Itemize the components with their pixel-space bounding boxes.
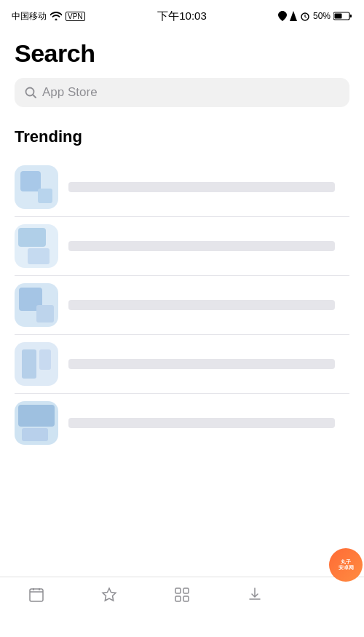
- watermark-text: 丸子安卓网: [339, 559, 354, 571]
- list-item[interactable]: [15, 394, 349, 452]
- updates-icon: [245, 585, 265, 605]
- app-name-placeholder: [68, 182, 335, 192]
- arrow-icon: [290, 11, 297, 21]
- app-name-placeholder: [68, 300, 335, 310]
- wifi-icon: [50, 12, 62, 20]
- trending-section: Trending: [15, 127, 349, 452]
- page-title: Search: [15, 39, 349, 68]
- search-icon: [25, 87, 36, 98]
- list-item[interactable]: [15, 276, 349, 335]
- games-icon: [99, 585, 119, 605]
- app-name-placeholder: [68, 359, 335, 369]
- svg-rect-14: [183, 596, 189, 601]
- apps-icon: [172, 585, 192, 605]
- alarm-icon: [300, 11, 310, 21]
- tab-updates[interactable]: [218, 585, 291, 605]
- search-placeholder-text: App Store: [42, 85, 98, 100]
- main-content: Search App Store Trending: [0, 32, 364, 452]
- tab-today[interactable]: [0, 585, 73, 605]
- svg-rect-12: [183, 588, 189, 593]
- battery-text: 50%: [313, 11, 331, 21]
- list-item[interactable]: [15, 158, 349, 217]
- tab-apps[interactable]: [146, 585, 218, 605]
- svg-rect-10: [39, 588, 40, 590]
- battery-icon: [333, 11, 352, 21]
- list-item[interactable]: [15, 335, 349, 394]
- status-left: 中国移动 VPN: [12, 10, 85, 23]
- svg-rect-13: [175, 596, 181, 601]
- today-icon: [26, 585, 47, 605]
- app-icon: [15, 401, 58, 445]
- status-right: 50%: [278, 11, 352, 21]
- svg-rect-3: [335, 14, 342, 19]
- svg-rect-7: [30, 589, 43, 601]
- svg-rect-11: [175, 588, 181, 593]
- trending-list: [15, 158, 349, 452]
- status-time: 下午10:03: [157, 9, 207, 23]
- tab-bar: 丸子安卓网: [0, 577, 364, 637]
- location-icon: [278, 11, 287, 21]
- tab-games[interactable]: [73, 585, 146, 605]
- list-item[interactable]: [15, 217, 349, 276]
- trending-title: Trending: [15, 127, 349, 146]
- carrier-text: 中国移动: [12, 10, 47, 23]
- app-name-placeholder: [68, 418, 335, 428]
- app-icon: [15, 224, 58, 268]
- svg-line-6: [33, 95, 36, 98]
- app-icon: [15, 342, 58, 386]
- app-icon: [15, 283, 58, 327]
- app-name-placeholder: [68, 241, 335, 251]
- vpn-badge: VPN: [66, 12, 85, 21]
- app-icon: [15, 165, 58, 209]
- search-bar[interactable]: App Store: [15, 78, 349, 107]
- watermark-badge: 丸子安卓网: [329, 548, 363, 582]
- svg-rect-4: [350, 15, 352, 17]
- status-bar: 中国移动 VPN 下午10:03 50%: [0, 0, 364, 32]
- svg-rect-9: [33, 588, 34, 590]
